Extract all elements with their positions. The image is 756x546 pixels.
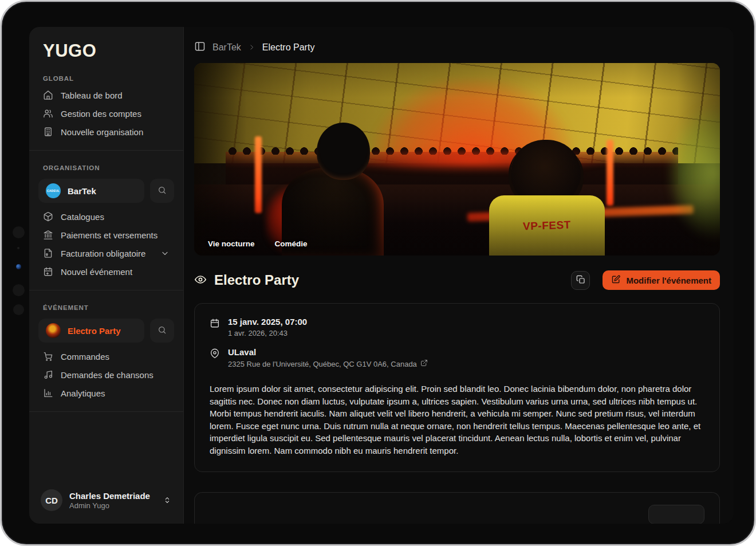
sidebar-item-label: Nouvel événement: [61, 267, 132, 277]
event-thumbnail: [46, 323, 61, 338]
sidebar-item-label: Gestion des comptes: [61, 109, 141, 119]
camera-lens-icon: [13, 226, 25, 238]
calendar-plus-icon: [43, 266, 53, 277]
sidebar-item-label: Facturation obligatoire: [61, 249, 145, 258]
organisation-search-button[interactable]: [150, 179, 174, 203]
analytics-icon: [43, 388, 53, 398]
page-title: Electro Party: [214, 272, 564, 288]
search-icon: [158, 325, 167, 336]
sidebar-item-payments[interactable]: Paiements et versements: [29, 226, 183, 244]
sidebar-item-new-organisation[interactable]: Nouvelle organisation: [29, 123, 183, 141]
copy-button[interactable]: [571, 271, 590, 290]
sidebar-item-accounts[interactable]: Gestion des comptes: [29, 104, 183, 123]
sidebar-item-orders[interactable]: Commandes: [29, 347, 183, 366]
mic-dot-icon: [17, 247, 19, 249]
chevron-right-icon: [248, 44, 255, 51]
section-label-global: GLOBAL: [43, 75, 170, 82]
breadcrumb: BarTek Electro Party: [194, 27, 720, 63]
sidebar-toggle-button[interactable]: [194, 41, 206, 54]
sidebar-divider: [29, 290, 183, 290]
sidebar-item-analytics[interactable]: Analytiques: [29, 384, 183, 402]
sidebar-item-song-requests[interactable]: Demandes de chansons: [29, 366, 183, 384]
edit-event-button[interactable]: Modifier l'événement: [603, 270, 720, 290]
sidebar-item-label: Catalogues: [61, 212, 104, 222]
event-start-datetime: 15 janv. 2025, 07:00: [228, 317, 307, 327]
event-selector[interactable]: Electro Party: [38, 319, 144, 343]
search-icon: [158, 186, 167, 197]
user-role: Admin Yugo: [69, 501, 150, 510]
external-link-icon: [420, 359, 428, 368]
screenshot-stage: YUGO GLOBAL Tableau de bord Gestion des …: [0, 0, 756, 546]
sidebar-item-label: Analytiques: [61, 388, 105, 398]
avatar: CD: [41, 489, 62, 511]
front-camera-array: [12, 226, 25, 315]
event-end-datetime: 1 avr. 2026, 20:43: [228, 329, 307, 337]
partial-button[interactable]: [648, 505, 704, 524]
app-screen: YUGO GLOBAL Tableau de bord Gestion des …: [29, 27, 734, 524]
eye-icon: [194, 273, 207, 288]
user-name: Charles Demetriade: [69, 491, 150, 501]
next-section-card: [194, 492, 720, 524]
invoice-icon: [43, 248, 53, 258]
event-dates-row: 15 janv. 2025, 07:00 1 avr. 2026, 20:43: [210, 317, 704, 337]
section-label-organisation: ORGANISATION: [43, 164, 170, 171]
open-map-link[interactable]: [420, 359, 428, 368]
category-tag: Comédie: [275, 239, 308, 248]
sidebar-item-billing[interactable]: Facturation obligatoire: [29, 244, 183, 262]
sidebar-item-label: Tableau de bord: [61, 91, 123, 100]
cart-icon: [43, 351, 53, 362]
home-icon: [43, 90, 53, 100]
sidebar-item-new-event[interactable]: Nouvel événement: [29, 262, 183, 281]
organisation-selector[interactable]: CADEUL BarTek: [38, 179, 144, 203]
sidebar-divider: [29, 150, 183, 151]
user-menu[interactable]: CD Charles Demetriade Admin Yugo: [29, 480, 183, 524]
music-icon: [43, 370, 53, 380]
sidebar-item-label: Nouvelle organisation: [61, 127, 143, 137]
app-logo: YUGO: [29, 27, 183, 61]
preview-event-button[interactable]: [194, 273, 207, 288]
organisation-name: BarTek: [68, 186, 96, 196]
tablet-frame: YUGO GLOBAL Tableau de bord Gestion des …: [0, 0, 756, 546]
camera-glass-icon: [16, 264, 21, 269]
event-description: Lorem ipsum dolor sit amet, consectetur …: [210, 383, 704, 457]
main-content: BarTek Electro Party: [184, 27, 734, 524]
sidebar-item-label: Paiements et versements: [61, 230, 158, 240]
event-details-card: 15 janv. 2025, 07:00 1 avr. 2026, 20:43 …: [194, 303, 720, 472]
sidebar-item-label: Commandes: [61, 352, 109, 362]
building-icon: [43, 127, 53, 137]
sidebar-item-catalogues[interactable]: Catalogues: [29, 207, 183, 226]
hero-vignette: [194, 63, 720, 256]
venue-address: 2325 Rue de l'Université, Québec, QC G1V…: [228, 360, 417, 368]
event-name: Electro Party: [68, 326, 121, 336]
hero-tags: Vie nocturne Comédie: [208, 239, 308, 248]
category-tag: Vie nocturne: [208, 239, 255, 248]
calendar-icon: [210, 318, 220, 328]
organisation-avatar: CADEUL: [46, 183, 61, 198]
event-search-button[interactable]: [150, 319, 174, 343]
panel-left-icon: [194, 41, 206, 54]
section-label-event: ÉVÉNEMENT: [43, 304, 170, 311]
sidebar: YUGO GLOBAL Tableau de bord Gestion des …: [29, 27, 184, 524]
sidebar-item-dashboard[interactable]: Tableau de bord: [29, 86, 183, 104]
chevron-down-icon: [160, 249, 170, 258]
edit-event-label: Modifier l'événement: [626, 276, 711, 285]
event-cover-image: VP-FEST Vie nocturne Comédie: [194, 63, 720, 256]
sensor-dot-icon: [13, 304, 24, 315]
breadcrumb-current: Electro Party: [262, 42, 315, 53]
event-location-row: ULaval 2325 Rue de l'Université, Québec,…: [210, 347, 704, 368]
sensor-dot-icon: [13, 284, 25, 296]
sidebar-item-label: Demandes de chansons: [61, 370, 153, 380]
copy-icon: [576, 275, 585, 286]
chevrons-up-down-icon: [163, 496, 172, 505]
breadcrumb-parent[interactable]: BarTek: [212, 42, 241, 53]
map-pin-icon: [210, 348, 220, 359]
package-icon: [43, 211, 53, 222]
edit-icon: [611, 274, 621, 286]
users-icon: [43, 108, 53, 119]
bank-icon: [43, 230, 53, 240]
venue-name: ULaval: [228, 347, 428, 357]
